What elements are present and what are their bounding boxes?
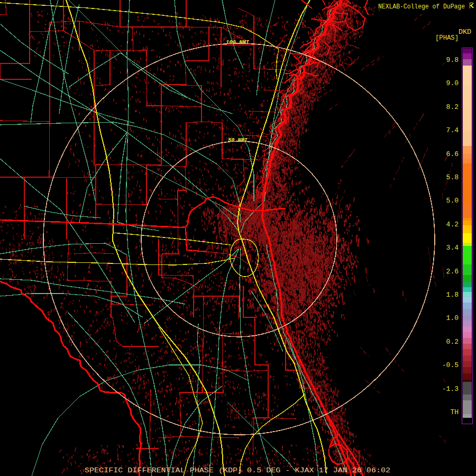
svg-text:TH: TH [450, 408, 459, 416]
svg-text:SPECIFIC DIFFERENTIAL PHASE (K: SPECIFIC DIFFERENTIAL PHASE (KDP) 0.5 DE… [85, 466, 390, 474]
svg-text:NEXLAB-College of DuPage: NEXLAB-College of DuPage [378, 3, 465, 11]
svg-text:5.0: 5.0 [446, 197, 459, 205]
svg-text:2.6: 2.6 [446, 268, 459, 276]
svg-text:[PHAS]: [PHAS] [435, 34, 459, 42]
svg-text:3.4: 3.4 [446, 244, 459, 252]
svg-text:4.2: 4.2 [446, 221, 459, 228]
svg-text:1.8: 1.8 [446, 291, 459, 299]
svg-text:100 NMI: 100 NMI [226, 39, 249, 45]
svg-text:0.2: 0.2 [446, 338, 459, 346]
svg-text:-1.3: -1.3 [442, 385, 459, 393]
svg-text:9.0: 9.0 [446, 79, 459, 87]
svg-text:1.0: 1.0 [446, 314, 459, 322]
svg-text:9.8: 9.8 [446, 56, 459, 64]
svg-text:50 NMI: 50 NMI [228, 137, 248, 143]
svg-text:5.8: 5.8 [446, 173, 459, 181]
svg-text:7.4: 7.4 [446, 126, 459, 134]
svg-text:-0.5: -0.5 [442, 361, 459, 369]
svg-text:6.6: 6.6 [446, 150, 459, 158]
svg-text:DKD: DKD [459, 28, 471, 36]
svg-text:8.2: 8.2 [446, 103, 459, 111]
